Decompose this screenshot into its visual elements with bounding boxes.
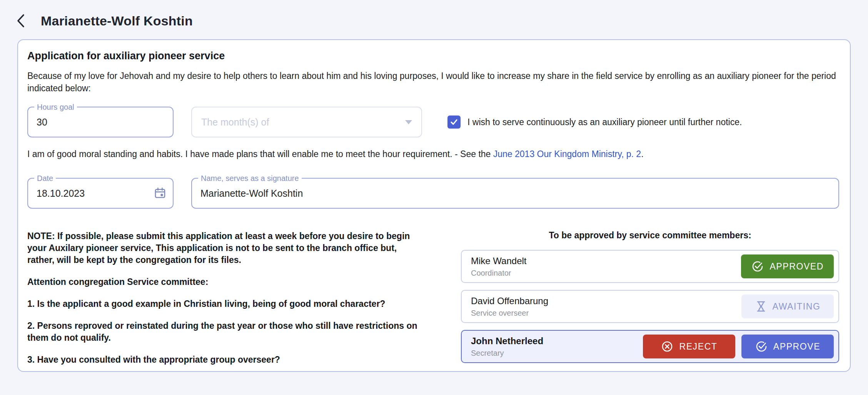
member-row-coordinator: Mike Wandelt Coordinator APPROVED [461,250,839,283]
member-info: David Offenbarung Service overseer [471,296,548,318]
member-name: Mike Wandelt [471,256,527,266]
question-1: 1. Is the applicant a good example in Ch… [27,298,426,310]
date-field: Date [27,178,174,209]
page-header: Marianette-Wolf Koshtin [0,0,868,39]
fields-row: Hours goal The month(s) of I wish to ser… [27,107,839,137]
approve-button[interactable]: APPROVE [741,335,834,358]
reject-button-label: REJECT [679,341,717,352]
member-name: John Netherleed [471,336,543,346]
checkmark-icon [450,118,458,126]
question-2: 2. Persons reproved or reinstated during… [27,320,426,344]
member-info: Mike Wandelt Coordinator [471,256,527,278]
date-input[interactable] [28,188,173,199]
hours-goal-field: Hours goal [27,107,174,137]
approval-actions: REJECT APPROVE [643,335,834,358]
reject-button[interactable]: REJECT [643,335,735,358]
member-role: Secretary [471,349,543,358]
continuous-checkbox-label: I wish to serve continuously as an auxil… [467,117,742,127]
moral-suffix: . [641,149,643,159]
awaiting-status-label: AWAITING [773,301,821,312]
approved-status-label: APPROVED [770,261,824,272]
signature-name-label: Name, serves as a signature [198,174,302,183]
application-card: Application for auxiliary pioneer servic… [17,39,851,372]
hours-goal-input[interactable] [28,117,173,128]
chevron-left-icon [15,13,27,28]
note-paragraph: NOTE: If possible, please submit this ap… [27,230,426,266]
member-role: Service overseer [471,309,548,318]
kingdom-ministry-link[interactable]: June 2013 Our Kingdom Ministry, p. 2 [493,149,641,159]
check-circle-icon [751,260,764,273]
x-circle-icon [661,340,674,353]
hours-goal-label: Hours goal [34,103,77,112]
continuous-checkbox-wrap: I wish to serve continuously as an auxil… [447,115,742,129]
moral-text: I am of good moral standing and habits. … [27,149,493,159]
form-title: Application for auxiliary pioneer servic… [27,50,839,62]
bottom-section: NOTE: If possible, please submit this ap… [27,230,839,370]
awaiting-status-badge: AWAITING [741,295,834,318]
calendar-button[interactable] [154,187,167,200]
hourglass-icon [755,300,767,313]
page-title: Marianette-Wolf Koshtin [41,13,193,28]
member-info: John Netherleed Secretary [471,336,543,358]
member-row-secretary: John Netherleed Secretary REJECT [461,330,839,363]
question-3: 3. Have you consulted with the appropria… [27,354,426,366]
calendar-icon [154,187,167,200]
intro-text: Because of my love for Jehovah and my de… [27,70,839,94]
notes-column: NOTE: If possible, please submit this ap… [27,230,426,370]
approve-button-label: APPROVE [773,341,820,352]
continuous-checkbox[interactable] [447,115,461,129]
months-select[interactable]: The month(s) of [191,107,422,137]
attention-line: Attention congregation Service committee… [27,276,426,288]
approval-heading: To be approved by service committee memb… [461,230,839,241]
moral-statement: I am of good moral standing and habits. … [27,149,839,159]
signature-name-field: Name, serves as a signature [191,178,839,209]
chevron-down-icon [405,120,412,124]
approval-column: To be approved by service committee memb… [461,230,839,370]
date-label: Date [34,174,56,183]
signature-name-input[interactable] [192,188,838,199]
approved-status-badge: APPROVED [741,254,834,278]
member-role: Coordinator [471,269,527,278]
date-name-row: Date Name, serves as a signature [27,178,839,209]
months-placeholder: The month(s) of [201,117,269,128]
member-row-service-overseer: David Offenbarung Service overseer AWAIT… [461,290,839,323]
back-button[interactable] [12,12,29,29]
member-name: David Offenbarung [471,296,548,306]
check-circle-icon [755,340,768,353]
